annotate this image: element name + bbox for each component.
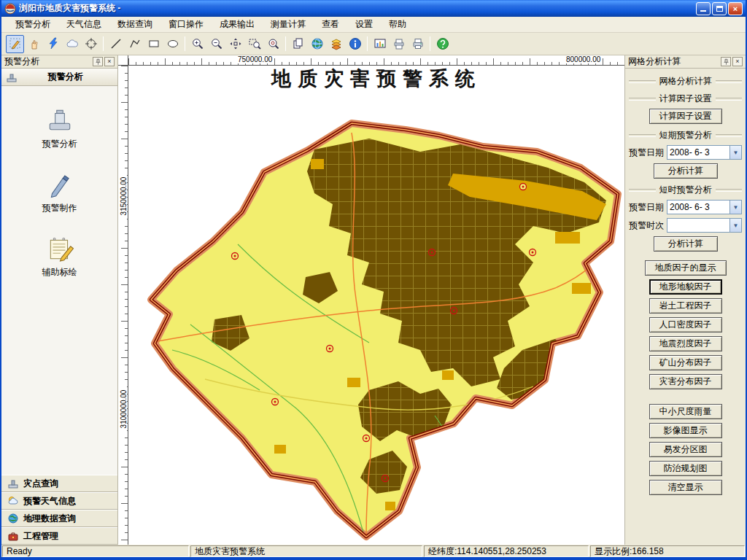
bar-weather-info[interactable]: 预警天气信息 <box>1 492 117 510</box>
short-time-analyze-button[interactable]: 分析计算 <box>654 236 718 252</box>
pin-icon <box>723 58 729 66</box>
warning-make-icon <box>46 171 74 198</box>
bar-label: 工程管理 <box>23 530 58 542</box>
short-time-date-combo[interactable]: 2008- 6- 3 ▼ <box>667 200 742 214</box>
title-bar: 浏阳市地质灾害预警系统 - × <box>1 0 746 17</box>
close-icon: × <box>735 58 739 65</box>
target-tool-button[interactable] <box>82 35 100 53</box>
short-term-analyze-button[interactable]: 分析计算 <box>654 163 718 179</box>
rainfall-button[interactable]: 中小尺度雨量 <box>649 404 722 419</box>
short-term-date-row: 预警日期 2008- 6- 3 ▼ <box>629 145 742 160</box>
short-time-date-label: 预警日期 <box>629 201 667 214</box>
factor-seismic-button[interactable]: 地震烈度因子 <box>649 336 722 351</box>
left-panel-tab[interactable]: 预警分析 <box>1 69 117 86</box>
group-grid-analysis: 网格分析计算 <box>629 75 742 88</box>
zoom-in-icon <box>191 37 204 50</box>
line-icon <box>109 37 123 50</box>
factor-population-button[interactable]: 人口密度因子 <box>649 317 722 332</box>
disaster-query-icon <box>7 478 19 489</box>
right-panel-close-button[interactable]: × <box>732 57 743 66</box>
line-tool-button[interactable] <box>107 35 125 53</box>
globe-tool-button[interactable] <box>308 35 326 53</box>
menu-warning-analysis[interactable]: 预警分析 <box>7 16 58 33</box>
item-warning-make[interactable]: 预警制作 <box>42 171 77 214</box>
menu-window-ops[interactable]: 窗口操作 <box>160 16 212 33</box>
ruler-top: 750000.00 800000.00 <box>128 55 624 66</box>
menu-measure-calc[interactable]: 测量计算 <box>263 16 314 33</box>
info-tool-button[interactable] <box>346 35 364 53</box>
minimize-button[interactable] <box>696 2 711 15</box>
item-aux-draw[interactable]: 辅助标绘 <box>42 235 77 279</box>
factor-disaster-button[interactable]: 灾害分布因子 <box>649 374 722 389</box>
menu-result-output[interactable]: 成果输出 <box>212 16 263 33</box>
left-panel: 预警分析 × 预警分析 <box>1 55 118 545</box>
short-time-times-combo[interactable]: ▼ <box>667 218 742 233</box>
short-time-times-row: 预警时次 ▼ <box>629 218 742 233</box>
menu-view[interactable]: 查看 <box>314 16 347 33</box>
pan-tool-button[interactable] <box>226 35 244 53</box>
copy-tool-button[interactable] <box>289 35 307 53</box>
copy-icon <box>292 37 305 50</box>
right-panel-pin-button[interactable] <box>721 57 731 66</box>
right-panel-content: 网格分析计算 计算因子设置 计算因子设置 短期预警分析 预警日期 2008- 6… <box>625 69 746 545</box>
right-panel-title: 网格分析计算 <box>628 55 719 68</box>
menu-help[interactable]: 帮助 <box>381 16 414 33</box>
toolbar-separator <box>103 36 104 51</box>
application-window: 浏阳市地质灾害预警系统 - × 预警分析 天气信息 数据查询 窗口操作 成果输出… <box>0 0 747 560</box>
print-preview-icon <box>392 37 406 50</box>
dropdown-arrow-icon[interactable]: ▼ <box>729 219 741 232</box>
left-panel-body: 预警分析 预警制作 <box>1 86 117 475</box>
edit-tool-button[interactable] <box>6 35 24 53</box>
ruler-left-label: 3150000.00 <box>120 171 127 221</box>
flash-tool-button[interactable] <box>44 35 62 53</box>
bar-geo-data-query[interactable]: 地理数据查询 <box>1 510 117 527</box>
status-scale: 显示比例:166.158 <box>590 545 745 557</box>
left-panel-pin-button[interactable] <box>93 57 103 66</box>
maximize-button[interactable] <box>712 2 727 15</box>
factor-setting-button[interactable]: 计算因子设置 <box>649 109 722 124</box>
menu-weather-info[interactable]: 天气信息 <box>58 16 109 33</box>
zoom-full-tool-button[interactable] <box>264 35 282 53</box>
edit-icon <box>9 37 22 50</box>
image-display-button[interactable]: 影像图显示 <box>649 423 722 438</box>
ruler-top-label: 800000.00 <box>565 55 602 63</box>
short-time-date-value: 2008- 6- 3 <box>667 201 729 214</box>
cloud-tool-button[interactable] <box>63 35 81 53</box>
factor-mine-button[interactable]: 矿山分布因子 <box>649 355 722 370</box>
menu-settings[interactable]: 设置 <box>347 16 381 33</box>
prone-zone-button[interactable]: 易发分区图 <box>649 442 722 457</box>
ruler-left: 3150000.00 3100000.00 <box>118 66 128 545</box>
hand-tool-button[interactable] <box>25 35 43 53</box>
dropdown-arrow-icon[interactable]: ▼ <box>729 146 741 159</box>
toolbar-separator <box>430 36 430 51</box>
item-warning-analysis[interactable]: 预警分析 <box>42 106 77 150</box>
left-panel-title: 预警分析 <box>4 55 91 68</box>
ellipse-tool-button[interactable] <box>163 35 182 53</box>
bar-project-manage[interactable]: 工程管理 <box>1 527 117 545</box>
layers-tool-button[interactable] <box>327 35 345 53</box>
polyline-tool-button[interactable] <box>125 35 144 53</box>
prevention-plan-button[interactable]: 防治规划图 <box>649 461 722 476</box>
short-term-date-combo[interactable]: 2008- 6- 3 ▼ <box>667 145 742 160</box>
print-tool-button[interactable] <box>409 35 427 53</box>
left-panel-close-button[interactable]: × <box>104 57 115 66</box>
close-button[interactable]: × <box>728 2 743 15</box>
factor-terrain-button[interactable]: 地形地貌因子 <box>649 279 722 295</box>
zoom-out-tool-button[interactable] <box>207 35 225 53</box>
map-canvas[interactable] <box>128 66 624 545</box>
print-preview-tool-button[interactable] <box>390 35 408 53</box>
dropdown-arrow-icon[interactable]: ▼ <box>729 201 741 214</box>
zoom-full-icon <box>267 37 280 50</box>
menu-data-query[interactable]: 数据查询 <box>109 16 160 33</box>
zoom-window-tool-button[interactable] <box>245 35 263 53</box>
layers-icon <box>330 37 343 50</box>
help-tool-button[interactable] <box>433 35 452 53</box>
clear-display-button[interactable]: 清空显示 <box>649 480 722 495</box>
chart-tool-button[interactable] <box>371 35 389 53</box>
maximize-icon <box>716 6 723 12</box>
factor-geotech-button[interactable]: 岩土工程因子 <box>649 298 722 314</box>
rectangle-tool-button[interactable] <box>144 35 163 53</box>
bar-disaster-query[interactable]: 灾点查询 <box>1 475 117 492</box>
factor-display-group-button[interactable]: 地质因子的显示 <box>645 260 727 276</box>
zoom-in-tool-button[interactable] <box>188 35 206 53</box>
